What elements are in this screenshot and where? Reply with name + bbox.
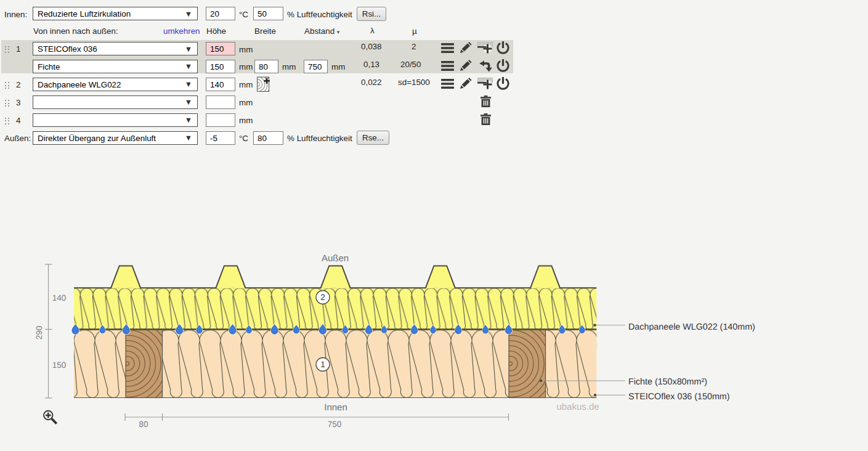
svg-text:1: 1 <box>320 360 325 369</box>
svg-text:Innen: Innen <box>324 402 347 413</box>
svg-text:ubakus.de: ubakus.de <box>556 402 599 412</box>
svg-text:750: 750 <box>328 420 342 429</box>
svg-text:290: 290 <box>34 326 44 340</box>
svg-text:2: 2 <box>320 293 325 302</box>
svg-text:Fichte (150x80mm²): Fichte (150x80mm²) <box>628 377 707 387</box>
svg-text:80: 80 <box>139 420 148 429</box>
svg-text:STEICOflex 036 (150mm): STEICOflex 036 (150mm) <box>628 392 729 402</box>
svg-text:Dachpaneele WLG022 (140mm): Dachpaneele WLG022 (140mm) <box>628 322 755 332</box>
svg-text:Außen: Außen <box>322 253 349 264</box>
svg-text:140: 140 <box>52 293 67 303</box>
svg-text:150: 150 <box>52 360 67 370</box>
